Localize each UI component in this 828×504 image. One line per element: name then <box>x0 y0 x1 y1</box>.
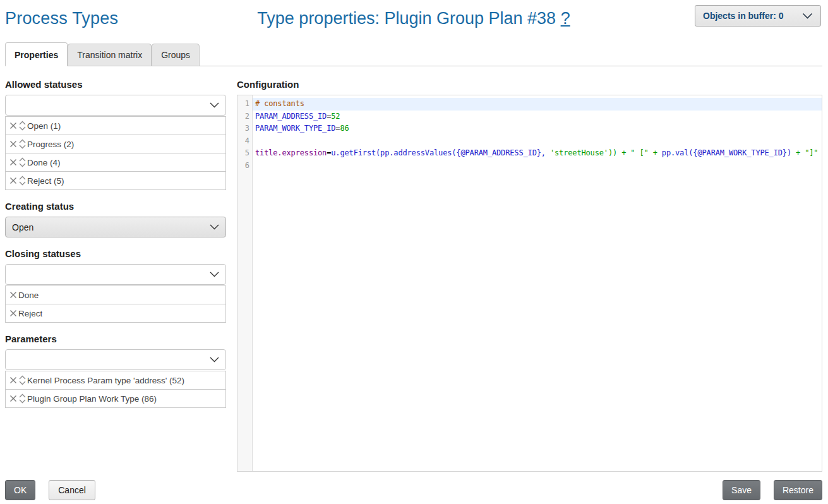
code-line: PARAM_WORK_TYPE_ID=86 <box>253 123 822 135</box>
code-line <box>253 135 822 148</box>
remove-icon[interactable] <box>9 309 18 318</box>
page-title: Process Types <box>5 9 118 28</box>
list-item: Done (4) <box>5 153 226 172</box>
main-content: Allowed statuses Open (1) Progress (2) <box>5 79 822 472</box>
allowed-statuses-section: Allowed statuses Open (1) Progress (2) <box>5 79 226 190</box>
list-item-label: Plugin Group Plan Work Type (86) <box>27 394 157 404</box>
list-item: Kernel Process Param type 'address' (52) <box>5 371 226 390</box>
reorder-updown-icon[interactable] <box>18 175 27 186</box>
allowed-statuses-label: Allowed statuses <box>5 79 226 90</box>
closing-statuses-section: Closing statuses Done Reject <box>5 248 226 323</box>
creating-status-select[interactable]: Open <box>5 217 226 237</box>
configuration-code-editor[interactable]: 123456 # constantsPARAM_ADDRESS_ID=52PAR… <box>237 95 822 472</box>
footer-actions: OK Cancel Save Restore <box>5 480 822 500</box>
creating-status-section: Creating status Open <box>5 201 226 237</box>
editor-code-area[interactable]: # constantsPARAM_ADDRESS_ID=52PARAM_WORK… <box>253 95 822 471</box>
objects-in-buffer-label: Objects in buffer: 0 <box>703 11 784 21</box>
cancel-button[interactable]: Cancel <box>49 480 95 500</box>
creating-status-value: Open <box>12 222 33 232</box>
restore-button[interactable]: Restore <box>774 480 822 500</box>
creating-status-label: Creating status <box>5 201 226 212</box>
list-item: Plugin Group Plan Work Type (86) <box>5 389 226 408</box>
tab-transition-matrix[interactable]: Transition matrix <box>68 44 152 66</box>
code-line: PARAM_ADDRESS_ID=52 <box>253 111 822 123</box>
header: Process Types Type properties: Plugin Gr… <box>5 5 822 37</box>
parameters-list: Kernel Process Param type 'address' (52)… <box>5 371 226 408</box>
closing-statuses-label: Closing statuses <box>5 248 226 259</box>
list-item: Reject (5) <box>5 171 226 190</box>
list-item: Reject <box>5 304 226 323</box>
remove-icon[interactable] <box>9 394 18 403</box>
list-item-label: Progress (2) <box>27 140 74 149</box>
remove-icon[interactable] <box>9 291 18 299</box>
tab-properties[interactable]: Properties <box>5 42 68 66</box>
configuration-column: Configuration 123456 # constantsPARAM_AD… <box>237 79 822 472</box>
chevron-down-icon <box>802 13 813 20</box>
save-button[interactable]: Save <box>723 480 760 500</box>
parameters-section: Parameters Kernel Process Param type 'ad… <box>5 333 226 408</box>
list-item-label: Done <box>18 291 39 300</box>
reorder-updown-icon[interactable] <box>18 393 27 404</box>
list-item-label: Open (1) <box>27 121 61 131</box>
code-line: # constants <box>253 98 822 111</box>
reorder-updown-icon[interactable] <box>18 375 27 386</box>
remove-icon[interactable] <box>9 158 18 167</box>
remove-icon[interactable] <box>9 376 18 385</box>
code-line <box>253 160 822 172</box>
chevron-down-icon <box>210 102 219 109</box>
line-number: 5 <box>237 147 252 160</box>
line-number: 2 <box>237 111 252 123</box>
left-column: Allowed statuses Open (1) Progress (2) <box>5 79 226 419</box>
configuration-label: Configuration <box>237 79 822 90</box>
ok-button[interactable]: OK <box>5 480 35 500</box>
reorder-updown-icon[interactable] <box>18 138 27 150</box>
chevron-down-icon <box>210 272 219 278</box>
allowed-statuses-list: Open (1) Progress (2) Done (4) Reject (5… <box>5 116 226 190</box>
objects-in-buffer-button[interactable]: Objects in buffer: 0 <box>695 5 821 27</box>
dialog-title: Type properties: Plugin Group Plan #38 ? <box>257 9 570 28</box>
reorder-updown-icon[interactable] <box>18 157 27 168</box>
tab-bar: Properties Transition matrix Groups <box>5 42 822 66</box>
list-item-label: Reject <box>18 309 42 318</box>
reorder-updown-icon[interactable] <box>18 120 27 131</box>
list-item: Progress (2) <box>5 135 226 153</box>
remove-icon[interactable] <box>9 176 18 185</box>
line-number: 3 <box>237 123 252 135</box>
line-number: 4 <box>237 135 252 148</box>
tab-groups[interactable]: Groups <box>152 44 200 66</box>
list-item-label: Reject (5) <box>27 176 64 186</box>
list-item-label: Done (4) <box>27 158 61 167</box>
parameters-dropdown[interactable] <box>5 349 226 370</box>
editor-line-number-gutter: 123456 <box>237 95 253 471</box>
parameters-label: Parameters <box>5 333 226 344</box>
list-item: Open (1) <box>5 116 226 135</box>
chevron-down-icon <box>210 357 219 363</box>
line-number: 6 <box>237 160 252 172</box>
allowed-statuses-dropdown[interactable] <box>5 95 226 116</box>
dialog-title-text: Type properties: Plugin Group Plan #38 <box>257 9 556 28</box>
remove-icon[interactable] <box>9 121 18 130</box>
line-number: 1 <box>237 98 252 111</box>
code-line: title.expression=u.getFirst(pp.addressVa… <box>253 147 822 160</box>
chevron-down-icon <box>210 224 219 231</box>
remove-icon[interactable] <box>9 140 18 148</box>
closing-statuses-list: Done Reject <box>5 285 226 323</box>
list-item: Done <box>5 285 226 304</box>
closing-statuses-dropdown[interactable] <box>5 264 226 285</box>
list-item-label: Kernel Process Param type 'address' (52) <box>27 376 184 385</box>
help-link[interactable]: ? <box>561 9 570 28</box>
